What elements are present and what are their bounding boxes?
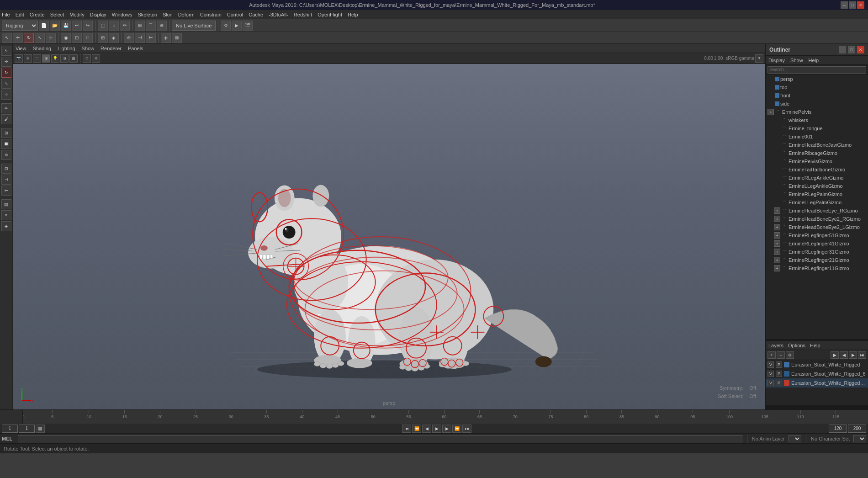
viewport-3d[interactable]: persp Symmetry: Off Soft Select: Off x y — [13, 64, 765, 409]
snap-grid-button[interactable]: ⊞ — [135, 21, 145, 31]
step-forward-button[interactable]: ▶ — [442, 425, 451, 433]
step-back-button[interactable]: ◀ — [422, 425, 431, 433]
outliner-item[interactable]: +⌒ErmineRLegfinger11Gizmo — [766, 264, 868, 272]
snap-point-button[interactable]: ⊕ — [157, 21, 167, 31]
save-scene-button[interactable]: 💾 — [61, 21, 71, 31]
vp-colorspace-dropdown[interactable]: ▼ — [755, 54, 763, 63]
outliner-item[interactable]: ⌒ErmineLLegAnkleGizmo — [766, 182, 868, 190]
outliner-item[interactable]: ⌒ErmineTailTailboneGizmo — [766, 165, 868, 174]
menu-windows[interactable]: Windows — [112, 12, 132, 17]
outliner-item[interactable]: ⌒Ermine001 — [766, 133, 868, 141]
expand-button[interactable]: + — [774, 240, 780, 247]
snap-curve-button[interactable]: ⌒ — [146, 21, 156, 31]
anim-icon[interactable]: ◈ — [1, 221, 11, 231]
component-button[interactable]: ⊡ — [72, 33, 82, 43]
outliner-item[interactable]: ⌒ErmineHeadBoneJawGizmo — [766, 141, 868, 149]
hierarchy-button[interactable]: ⊞ — [98, 33, 108, 43]
vp-smooth-icon[interactable]: ◉ — [42, 54, 50, 63]
outliner-search-input[interactable] — [767, 66, 866, 74]
panel-icon[interactable]: ▤ — [1, 199, 11, 209]
cross-tool-button[interactable]: ⊠ — [172, 33, 182, 43]
expand-button[interactable]: + — [774, 207, 780, 214]
expand-button[interactable]: + — [774, 265, 780, 271]
layer-anim-button[interactable]: ▶ — [831, 351, 839, 359]
menu-modify[interactable]: Modify — [69, 12, 84, 17]
expand-button[interactable]: + — [774, 224, 780, 230]
layer-last-button[interactable]: ⏭ — [858, 351, 866, 359]
time-ruler[interactable]: 1510152025303540455055606570758085909510… — [23, 410, 868, 424]
sculpt-icon[interactable]: 🖌 — [1, 114, 11, 124]
menu-select[interactable]: Select — [50, 12, 64, 17]
all-button[interactable]: ◈ — [109, 33, 119, 43]
select-tool-button[interactable]: ⬚ — [98, 21, 108, 31]
outliner-maximize[interactable]: □ — [848, 46, 855, 53]
menu-redshift[interactable]: Redshift — [294, 12, 312, 17]
outliner-item[interactable]: +⌒ErmineHeadBoneEye_RGizmo — [766, 207, 868, 215]
channel-icon[interactable]: ≡ — [1, 210, 11, 220]
object-button[interactable]: □ — [83, 33, 93, 43]
vp-menu-panels[interactable]: Panels — [128, 46, 143, 51]
outliner-item[interactable]: side — [766, 100, 868, 108]
next-keyframe-button[interactable]: ⏩ — [452, 425, 461, 433]
layer-playback[interactable]: P — [776, 371, 782, 377]
frame-range-end-input[interactable] — [848, 425, 866, 433]
menu-file[interactable]: File — [2, 12, 10, 17]
outliner-item[interactable]: persp — [766, 75, 868, 83]
outliner-item[interactable]: ⌒ErmineRibcageGizmo — [766, 149, 868, 157]
scale-tool-button[interactable]: ⤡ — [35, 33, 45, 43]
layers-menu-options[interactable]: Options — [788, 343, 805, 348]
frame-current-input[interactable] — [19, 425, 35, 433]
skin-icon[interactable]: ⊢ — [1, 186, 11, 196]
expand-button[interactable]: + — [774, 216, 780, 222]
vp-light-icon[interactable]: 💡 — [51, 54, 59, 63]
menu-display[interactable]: Display — [90, 12, 106, 17]
outliner-window-controls[interactable]: ─ □ ✕ — [839, 46, 864, 53]
goto-start-button[interactable]: ⏮ — [402, 425, 411, 433]
menu-edit[interactable]: Edit — [16, 12, 24, 17]
prev-keyframe-button[interactable]: ⏪ — [412, 425, 421, 433]
align-button[interactable]: ⊣ — [135, 33, 145, 43]
goto-end-button[interactable]: ⏭ — [462, 425, 471, 433]
vp-grid-icon[interactable]: ⊞ — [24, 54, 32, 63]
outliner-minimize[interactable]: ─ — [839, 46, 846, 53]
outliner-item[interactable]: ⌒ErmineRLegAnkleGizmo — [766, 174, 868, 182]
plus-tool-button[interactable]: + — [161, 33, 171, 43]
rotate-icon[interactable]: ↻ — [1, 68, 11, 78]
menu-openflight[interactable]: OpenFlight — [318, 12, 342, 17]
rotate-tool-button[interactable]: ↻ — [24, 33, 34, 43]
new-scene-button[interactable]: 📄 — [39, 21, 49, 31]
menu-deform[interactable]: Deform — [178, 12, 195, 17]
scale-icon[interactable]: ⤡ — [1, 79, 11, 89]
pivot-button[interactable]: ⊕ — [124, 33, 134, 43]
expand-button[interactable]: + — [774, 232, 780, 239]
undo-button[interactable]: ↩ — [72, 21, 82, 31]
menu-help[interactable]: Help — [348, 12, 358, 17]
vp-snap-icon[interactable]: ⊕ — [92, 54, 100, 63]
select-mode-button[interactable]: ↖ — [2, 33, 12, 43]
menu-create[interactable]: Create — [30, 12, 45, 17]
vp-menu-shading[interactable]: Shading — [33, 46, 51, 51]
outliner-menu-display[interactable]: Display — [768, 58, 785, 63]
vp-menu-show[interactable]: Show — [82, 46, 95, 51]
outliner-item[interactable]: +⌒ErminePelvis — [766, 108, 868, 116]
lasso-tool-button[interactable]: ○ — [109, 21, 119, 31]
redo-button[interactable]: ↪ — [83, 21, 93, 31]
menu-skeleton[interactable]: Skeleton — [138, 12, 157, 17]
anim-layer-select[interactable] — [789, 435, 801, 442]
move-tool-button[interactable]: ✛ — [13, 33, 23, 43]
select-icon[interactable]: ↖ — [1, 46, 11, 56]
outliner-item[interactable]: +⌒ErmineHeadBoneEye2_RGizmo — [766, 215, 868, 223]
layer-next-button[interactable]: ▶ — [849, 351, 857, 359]
vp-menu-view[interactable]: View — [16, 46, 26, 51]
outliner-item[interactable]: +⌒ErmineHeadBoneEye2_LGizmo — [766, 223, 868, 231]
window-controls[interactable]: ─ □ ✕ — [841, 1, 864, 9]
layer-row[interactable]: VPEurasian_Stoat_White_Rigged — [766, 360, 868, 369]
show-manip-icon[interactable]: ⊹ — [1, 90, 11, 100]
menu-control[interactable]: Control — [227, 12, 243, 17]
outliner-item[interactable]: +⌒ErmineRLegfinger21Gizmo — [766, 256, 868, 264]
vp-menu-lighting[interactable]: Lighting — [58, 46, 75, 51]
outliner-menu-show[interactable]: Show — [790, 58, 803, 63]
outliner-item[interactable]: ⌒ErmineLLegPalmGizmo — [766, 198, 868, 207]
vp-iso-icon[interactable]: ⊙ — [83, 54, 91, 63]
expand-button[interactable]: + — [767, 109, 774, 115]
